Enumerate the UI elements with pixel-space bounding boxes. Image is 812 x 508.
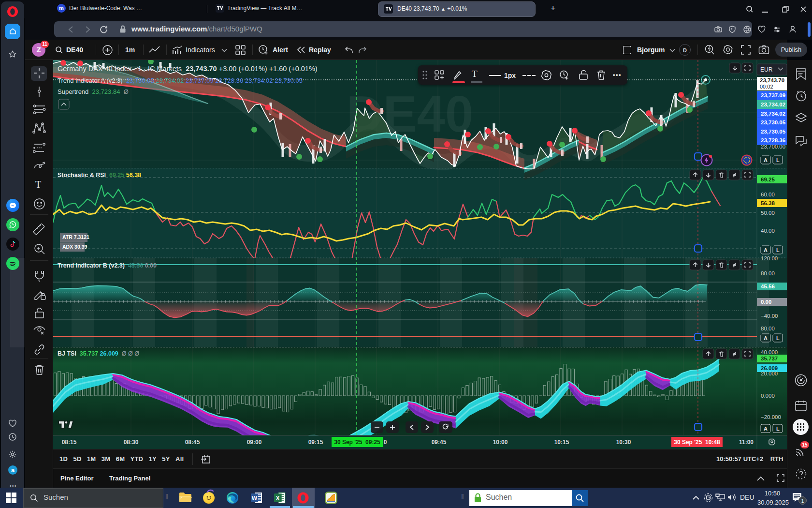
svg-text:10:15: 10:15	[554, 439, 569, 446]
svg-text:−20.000: −20.000	[761, 414, 781, 420]
svg-text:40.000: 40.000	[761, 349, 778, 355]
svg-text:A: A	[764, 247, 768, 253]
svg-text:23,734.02: 23,734.02	[761, 111, 785, 117]
svg-text:ATR 7.3121: ATR 7.3121	[62, 234, 89, 240]
svg-text:0.000: 0.000	[761, 393, 775, 399]
svg-text:ADX 30.39: ADX 30.39	[62, 244, 87, 250]
svg-text:23,700.00: 23,700.00	[761, 144, 785, 149]
svg-text:09:00: 09:00	[247, 439, 262, 446]
svg-text:09:45: 09:45	[432, 439, 447, 446]
svg-text:W: W	[252, 495, 258, 502]
svg-text:120.00: 120.00	[761, 255, 778, 261]
svg-text:L: L	[776, 157, 780, 163]
svg-text:45.56: 45.56	[761, 284, 775, 289]
svg-text:A: A	[764, 426, 768, 432]
svg-text:10:00: 10:00	[493, 439, 508, 446]
svg-text:00:02: 00:02	[760, 84, 773, 90]
svg-text:30 Sep '25 10:48: 30 Sep '25 10:48	[674, 439, 720, 446]
svg-text:X: X	[276, 495, 279, 502]
svg-text:69.25: 69.25	[761, 177, 775, 182]
svg-text:20.000: 20.000	[761, 371, 778, 376]
svg-text:23,730.05: 23,730.05	[761, 129, 786, 134]
svg-text:23,737.09: 23,737.09	[761, 92, 785, 98]
svg-text:40.00: 40.00	[761, 228, 775, 234]
svg-text:11:00: 11:00	[739, 439, 754, 446]
svg-text:80.00: 80.00	[761, 326, 775, 331]
svg-text:09:15: 09:15	[308, 439, 323, 446]
svg-text:0.00: 0.00	[761, 299, 771, 305]
svg-text:50.00: 50.00	[761, 210, 775, 216]
svg-text:L: L	[776, 335, 780, 341]
svg-text:Trend Indicator A (v2.3) 23,7: Trend Indicator A (v2.3) 23,730.05 23,73…	[58, 77, 303, 84]
svg-text:60.00: 60.00	[761, 192, 775, 197]
svg-text:08:45: 08:45	[185, 439, 200, 446]
svg-text:35.737: 35.737	[761, 356, 778, 361]
svg-text:0: 0	[384, 439, 387, 446]
svg-text:08:15: 08:15	[62, 439, 77, 446]
svg-text:EUR: EUR	[760, 66, 773, 73]
svg-text:23,734.02: 23,734.02	[761, 102, 785, 107]
svg-text:23,728.36: 23,728.36	[761, 137, 785, 143]
svg-text:BJ TSI 35.737 26.009 Ø Ø Ø: BJ TSI 35.737 26.009 Ø Ø Ø	[58, 350, 139, 357]
svg-text:L: L	[776, 247, 780, 253]
svg-text:30 Sep '25 09:25: 30 Sep '25 09:25	[334, 439, 380, 446]
svg-text:Supertrend 23,723.84 Ø: Supertrend 23,723.84 Ø	[58, 88, 129, 95]
svg-text:L: L	[776, 426, 780, 432]
svg-text:Stochastic & RSI 69.25 56.38: Stochastic & RSI 69.25 56.38	[58, 172, 141, 179]
svg-text:80.00: 80.00	[761, 270, 775, 276]
svg-text:10:30: 10:30	[616, 439, 631, 446]
svg-text:A: A	[764, 335, 768, 341]
svg-text:23,730.05: 23,730.05	[761, 120, 786, 125]
svg-text:23,743.70: 23,743.70	[760, 77, 784, 83]
svg-text:Trend Indicator B (v2.3) 45.5: Trend Indicator B (v2.3) 45.56 0.00	[58, 262, 157, 269]
svg-text:08:30: 08:30	[124, 439, 139, 446]
svg-text:Germany DAX 40 Index · 1 · IC: Germany DAX 40 Index · 1 · IC Markets 23…	[58, 65, 318, 73]
svg-text:A: A	[764, 157, 768, 163]
svg-text:56.38: 56.38	[761, 200, 775, 206]
svg-text:−40.00: −40.00	[761, 313, 778, 319]
